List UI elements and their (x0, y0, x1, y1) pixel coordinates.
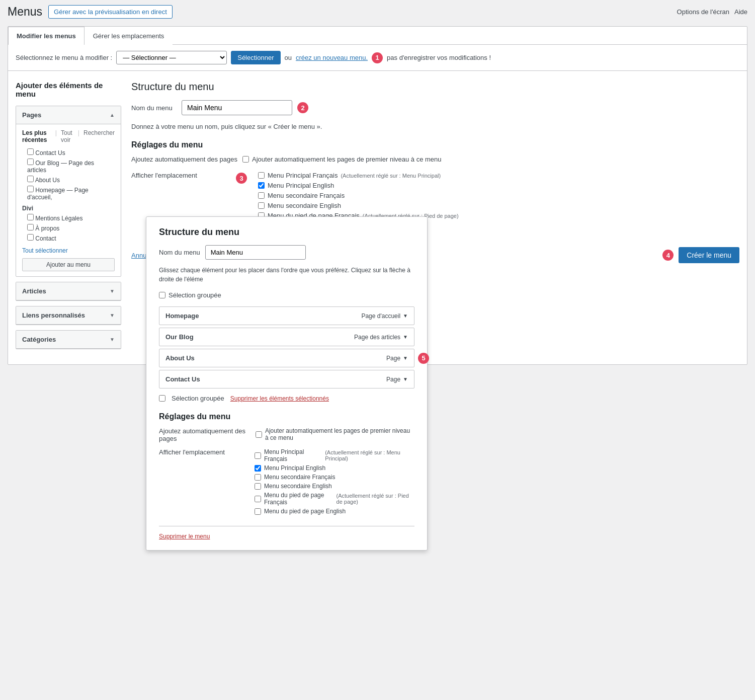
sub-tab-search[interactable]: Rechercher (83, 129, 115, 143)
page-checkbox[interactable] (27, 186, 34, 192)
location-checkbox-2[interactable] (258, 192, 265, 199)
modal-location-row-5: Menu du pied de page English (255, 508, 414, 515)
create-menu-button[interactable]: Créer le menu (679, 247, 739, 263)
categories-accordion-header[interactable]: Catégories ▼ (16, 331, 121, 349)
list-item: Homepage — Page d'accueil, (22, 185, 115, 202)
modal-location-checkbox-5[interactable] (255, 508, 261, 515)
menu-name-input[interactable] (182, 100, 292, 115)
page-checkbox[interactable] (27, 176, 34, 182)
categories-title: Catégories (22, 336, 56, 343)
modal-ajoutez-checkbox[interactable] (256, 431, 262, 438)
modal-item-type-ourblog: Page des articles ▼ (354, 334, 408, 341)
tab-modifier[interactable]: Modifier les menus (8, 27, 85, 45)
page-checkbox[interactable] (27, 159, 34, 165)
badge-3: 3 (236, 173, 247, 184)
ajoutez-checkbox-label: Ajouter automatiquement les pages de pre… (252, 155, 442, 163)
modal-location-row-1: Menu Principal English (255, 464, 414, 472)
location-row-3: Menu secondaire English (258, 202, 459, 209)
select-all-link[interactable]: Tout sélectionner (22, 247, 115, 254)
aide-link[interactable]: Aide (734, 8, 747, 16)
screen-options[interactable]: Options de l'écran (677, 8, 729, 16)
item-chevron-icon[interactable]: ▼ (403, 313, 408, 319)
modal-menu-name-input[interactable] (205, 245, 306, 260)
modal-items-list: Homepage Page d'accueil ▼ Our Blog Page … (159, 306, 414, 388)
list-item: Our Blog — Page des articles (22, 158, 115, 175)
modal-item-label-ourblog: Our Blog (165, 333, 194, 341)
modal-item-ourblog: Our Blog Page des articles ▼ (159, 328, 414, 346)
location-row-0: Menu Principal Français (Actuellement ré… (258, 172, 459, 179)
select-button[interactable]: Sélectionner (231, 51, 280, 64)
liens-accordion-header[interactable]: Liens personnalisés ▼ (16, 306, 121, 325)
or-text: ou (285, 54, 292, 61)
left-panel-title: Ajouter des éléments de menu (16, 81, 121, 98)
menu-description: Donnez à votre menu un nom, puis cliquez… (131, 123, 739, 130)
pages-accordion: Pages ▲ Les plus récentes | Tout voir | … (16, 106, 121, 277)
modal-item-type-contactus: Page ▼ (386, 376, 408, 383)
list-item: Mentions Légales (22, 213, 115, 223)
selection-groupee-checkbox[interactable] (159, 292, 165, 298)
modal-item-type-aboutus: Page ▼ 5 (386, 355, 408, 362)
location-row-1: Menu Principal English (258, 182, 459, 189)
delete-menu-link[interactable]: Supprimer le menu (159, 533, 210, 540)
pages-accordion-header[interactable]: Pages ▲ (16, 106, 121, 124)
modal-location-checkbox-2[interactable] (255, 474, 261, 481)
menu-name-label: Nom du menu (131, 104, 177, 112)
menu-select[interactable]: — Sélectionner — (116, 51, 227, 64)
modal-item-homepage: Homepage Page d'accueil ▼ (159, 306, 414, 325)
liens-accordion: Liens personnalisés ▼ (16, 306, 121, 325)
modal-location-label-0: Menu Principal Français (264, 448, 322, 462)
liens-chevron-icon: ▼ (110, 313, 115, 318)
create-menu-link[interactable]: créez un nouveau menu. (296, 54, 368, 61)
modal-afficher-label: Afficher l'emplacement (159, 448, 249, 456)
articles-accordion-header[interactable]: Articles ▼ (16, 282, 121, 300)
divi-list: Mentions Légales À propos Contact (22, 213, 115, 243)
ajoutez-checkbox[interactable] (242, 156, 249, 163)
location-label-3: Menu secondaire English (268, 202, 341, 209)
badge-5: 5 (418, 353, 429, 364)
tab-gerer[interactable]: Gérer les emplacements (85, 27, 173, 45)
sub-tab-all[interactable]: Tout voir (61, 129, 74, 143)
modal-ajoutez-checkbox-row: Ajouter automatiquement les pages de pre… (256, 427, 414, 441)
select-bar: Sélectionnez le menu à modifier : — Séle… (8, 45, 747, 71)
modal-location-checkbox-4[interactable] (255, 496, 261, 502)
modal-location-checkbox-0[interactable] (255, 452, 261, 459)
location-checkbox-0[interactable] (258, 172, 265, 179)
modal-location-label-4: Menu du pied de page Français (264, 492, 333, 506)
modal-item-label-homepage: Homepage (165, 312, 199, 320)
page-checkbox[interactable] (27, 148, 34, 155)
location-label-1: Menu Principal English (268, 182, 334, 189)
modal-menu-name-row: Nom du menu (159, 245, 414, 260)
item-chevron-icon[interactable]: ▼ (403, 355, 408, 361)
pages-title: Pages (22, 111, 41, 119)
sub-tab-recent[interactable]: Les plus récentes (22, 129, 51, 143)
item-chevron-icon[interactable]: ▼ (403, 376, 408, 382)
location-note-0: (Actuellement réglé sur : Menu Principal… (341, 173, 441, 179)
divi-group-label: Divi (22, 205, 115, 212)
page-checkbox[interactable] (27, 214, 34, 220)
modal-location-label-2: Menu secondaire Français (264, 474, 335, 481)
add-to-menu-button[interactable]: Ajouter au menu (22, 258, 115, 271)
modal-locations-list: Menu Principal Français (Actuellement ré… (255, 448, 414, 517)
modal-location-checkbox-1[interactable] (255, 465, 261, 472)
modal-selection-groupee-bottom-checkbox[interactable] (159, 395, 165, 402)
list-item: Contact (22, 233, 115, 243)
page-checkbox[interactable] (27, 224, 34, 230)
articles-accordion: Articles ▼ (16, 282, 121, 301)
location-checkbox-3[interactable] (258, 202, 265, 209)
location-checkbox-1[interactable] (258, 182, 265, 189)
articles-chevron-icon: ▼ (110, 288, 115, 294)
modal-location-checkbox-3[interactable] (255, 483, 261, 490)
modal-title: Structure du menu (159, 227, 414, 238)
categories-accordion: Catégories ▼ (16, 330, 121, 349)
preview-button[interactable]: Gérer avec la prévisualisation en direct (48, 5, 173, 19)
item-chevron-icon[interactable]: ▼ (403, 334, 408, 340)
pages-sub-tabs: Les plus récentes | Tout voir | Recherch… (22, 129, 115, 143)
modal-location-row-4: Menu du pied de page Français (Actuellem… (255, 492, 414, 506)
liens-title: Liens personnalisés (22, 312, 85, 319)
modal-bottom-delete: Supprimer le menu (159, 526, 414, 540)
modal-menu-name-label: Nom du menu (159, 249, 200, 256)
delete-selected-link[interactable]: Supprimer les éléments sélectionnés (230, 395, 329, 402)
badge-2: 2 (297, 102, 308, 113)
page-checkbox[interactable] (27, 234, 34, 241)
modal-bottom-groupee: Sélection groupée Supprimer les éléments… (159, 395, 414, 402)
